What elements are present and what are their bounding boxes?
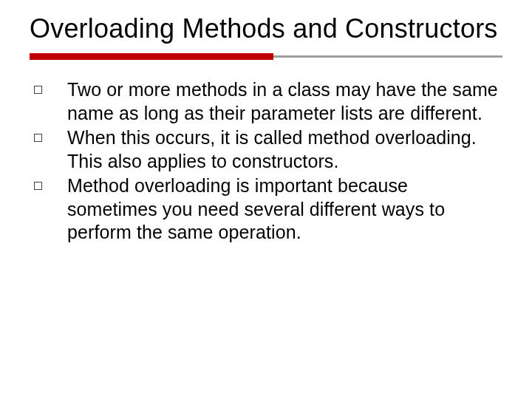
list-item: Method overloading is important because … [34,174,502,245]
underline-red [30,53,273,60]
slide-title: Overloading Methods and Constructors [30,13,502,44]
list-item: When this occurs, it is called method ov… [34,126,502,173]
square-bullet-icon [34,134,42,142]
bullet-text: Method overloading is important because … [67,174,502,245]
bullet-list: Two or more methods in a class may have … [30,78,502,245]
square-bullet-icon [34,86,42,94]
square-bullet-icon [34,182,42,190]
title-underline [30,52,502,62]
slide: Overloading Methods and Constructors Two… [0,0,532,399]
bullet-text: When this occurs, it is called method ov… [67,126,502,173]
bullet-text: Two or more methods in a class may have … [67,78,502,125]
list-item: Two or more methods in a class may have … [34,78,502,125]
